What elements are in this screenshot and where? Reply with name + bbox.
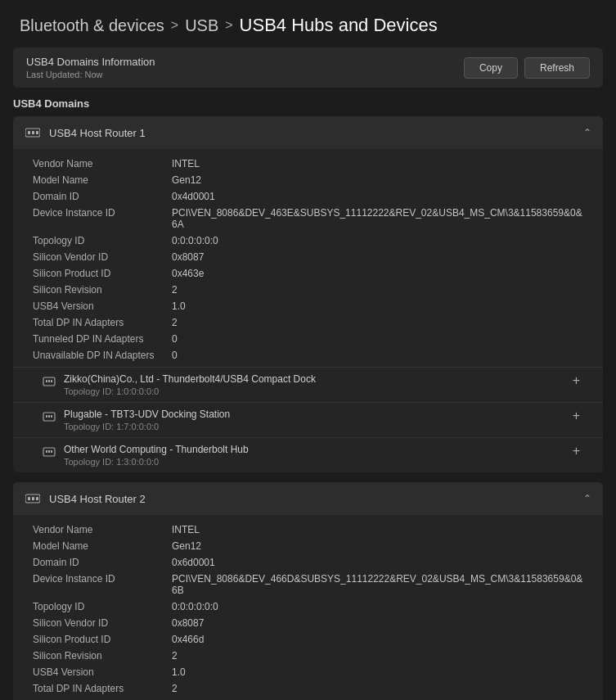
device-item: Zikko(China)Co., Ltd - Thunderbolt4/USB4… <box>13 367 603 402</box>
device-info: Other World Computing - Thunderbolt Hub … <box>64 444 249 467</box>
router-title: USB4 Host Router 2 <box>49 493 146 505</box>
router-header-left: USB4 Host Router 2 <box>25 490 146 507</box>
property-value: 0x4d0001 <box>172 191 215 202</box>
property-key: Device Instance ID <box>33 207 172 230</box>
property-value: 0:0:0:0:0:0 <box>172 235 218 246</box>
router-properties-2: Vendor Name INTEL Model Name Gen12 Domai… <box>13 515 603 700</box>
refresh-button[interactable]: Refresh <box>524 57 590 79</box>
property-key: Model Name <box>33 174 172 186</box>
info-bar-buttons: Copy Refresh <box>464 57 590 79</box>
device-name: Other World Computing - Thunderbolt Hub <box>64 444 249 455</box>
expand-device-button[interactable]: + <box>569 409 583 423</box>
property-row: Silicon Product ID 0x463e <box>13 265 603 282</box>
chevron-up-icon: ⌃ <box>583 493 591 504</box>
property-row: Domain ID 0x4d0001 <box>13 188 603 205</box>
property-row: Tunneled DP IN Adapters 0 <box>13 331 603 347</box>
property-value: 0:0:0:0:0:0 <box>172 601 218 612</box>
device-topology: Topology ID: 1:7:0:0:0:0 <box>64 422 230 431</box>
svg-rect-17 <box>28 497 30 500</box>
property-value: 0 <box>172 350 178 361</box>
property-row: Vendor Name INTEL <box>13 156 603 172</box>
device-topology: Topology ID: 1:3:0:0:0:0 <box>64 457 249 467</box>
property-value: 1.0 <box>172 666 186 678</box>
property-value: 0x463e <box>172 268 204 279</box>
breadcrumb-part2[interactable]: USB <box>185 16 218 35</box>
property-value: 0 <box>172 333 178 345</box>
router-header-1[interactable]: USB4 Host Router 1 ⌃ <box>13 116 603 149</box>
chevron-up-icon: ⌃ <box>583 127 591 138</box>
property-row: Total DP IN Adapters 2 <box>13 314 603 331</box>
svg-rect-2 <box>32 131 34 134</box>
router-block-2: USB4 Host Router 2 ⌃ Vendor Name INTEL M… <box>13 482 603 700</box>
breadcrumb-sep2: > <box>225 18 232 33</box>
svg-rect-11 <box>51 415 52 418</box>
property-value: 0x8087 <box>172 617 204 629</box>
property-row: Silicon Vendor ID 0x8087 <box>13 615 603 631</box>
svg-rect-1 <box>28 131 30 134</box>
breadcrumb-part1[interactable]: Bluetooth & devices <box>20 16 164 35</box>
info-bar-title: USB4 Domains Information <box>26 56 155 68</box>
property-key: Unavailable DP IN Adapters <box>33 350 172 361</box>
svg-rect-10 <box>48 415 50 418</box>
device-item-left: Zikko(China)Co., Ltd - Thunderbolt4/USB4… <box>43 373 316 396</box>
property-value: INTEL <box>172 158 200 169</box>
svg-rect-18 <box>32 497 34 500</box>
property-key: Silicon Vendor ID <box>33 251 172 263</box>
copy-button[interactable]: Copy <box>464 57 518 79</box>
property-key: Silicon Revision <box>33 284 172 296</box>
property-value: 2 <box>172 650 178 662</box>
property-value: 0x6d0001 <box>172 557 215 568</box>
router-title: USB4 Host Router 1 <box>49 127 146 139</box>
router-header-left: USB4 Host Router 1 <box>25 124 146 141</box>
property-value: Gen12 <box>172 174 201 186</box>
property-value: PCI\VEN_8086&DEV_466D&SUBSYS_11112222&RE… <box>172 573 583 596</box>
property-value: 2 <box>172 317 178 328</box>
device-topology: Topology ID: 1:0:0:0:0:0 <box>64 386 316 396</box>
svg-rect-7 <box>51 380 52 382</box>
device-info: Zikko(China)Co., Ltd - Thunderbolt4/USB4… <box>64 373 316 396</box>
breadcrumb-sep1: > <box>171 18 178 33</box>
property-row: Silicon Revision 2 <box>13 282 603 298</box>
device-icon <box>43 445 56 461</box>
device-icon <box>43 375 56 391</box>
property-row: Unavailable DP IN Adapters 0 <box>13 347 603 364</box>
svg-rect-14 <box>48 450 50 453</box>
property-key: Silicon Product ID <box>33 268 172 279</box>
property-key: Silicon Product ID <box>33 634 172 645</box>
svg-rect-3 <box>36 131 38 134</box>
property-key: Domain ID <box>33 191 172 202</box>
property-key: Total DP IN Adapters <box>33 317 172 328</box>
property-key: Tunneled DP IN Adapters <box>33 333 172 345</box>
svg-rect-6 <box>48 380 50 382</box>
property-value: 0x8087 <box>172 251 204 263</box>
svg-rect-9 <box>46 415 47 418</box>
section-label: USB4 Domains <box>13 97 603 110</box>
property-value: PCI\VEN_8086&DEV_463E&SUBSYS_11112222&RE… <box>172 207 583 230</box>
device-info: Plugable - TBT3-UDV Docking Station Topo… <box>64 409 230 431</box>
property-key: Vendor Name <box>33 158 172 169</box>
device-item-left: Other World Computing - Thunderbolt Hub … <box>43 444 249 467</box>
property-key: Silicon Revision <box>33 650 172 662</box>
expand-device-button[interactable]: + <box>569 373 583 388</box>
property-value: Gen12 <box>172 540 201 552</box>
property-row: Model Name Gen12 <box>13 172 603 188</box>
property-value: 0x466d <box>172 634 204 645</box>
info-bar-subtitle: Last Updated: Now <box>26 70 155 79</box>
router-header-2[interactable]: USB4 Host Router 2 ⌃ <box>13 482 603 515</box>
info-bar-text: USB4 Domains Information Last Updated: N… <box>26 56 155 79</box>
property-key: Topology ID <box>33 601 172 612</box>
router-icon <box>25 490 41 507</box>
property-row: Topology ID 0:0:0:0:0:0 <box>13 598 603 615</box>
property-key: USB4 Version <box>33 666 172 678</box>
property-key: USB4 Version <box>33 300 172 312</box>
property-row: Silicon Revision 2 <box>13 648 603 664</box>
page-header: Bluetooth & devices > USB > USB4 Hubs an… <box>0 0 616 47</box>
device-name: Plugable - TBT3-UDV Docking Station <box>64 409 230 420</box>
property-row: Device Instance ID PCI\VEN_8086&DEV_463E… <box>13 205 603 233</box>
router-icon <box>25 124 41 141</box>
expand-device-button[interactable]: + <box>569 444 583 458</box>
property-row: Tunneled DP IN Adapters 0 <box>13 697 603 700</box>
property-row: Total DP IN Adapters 2 <box>13 680 603 697</box>
info-bar: USB4 Domains Information Last Updated: N… <box>13 47 603 88</box>
property-row: USB4 Version 1.0 <box>13 664 603 680</box>
